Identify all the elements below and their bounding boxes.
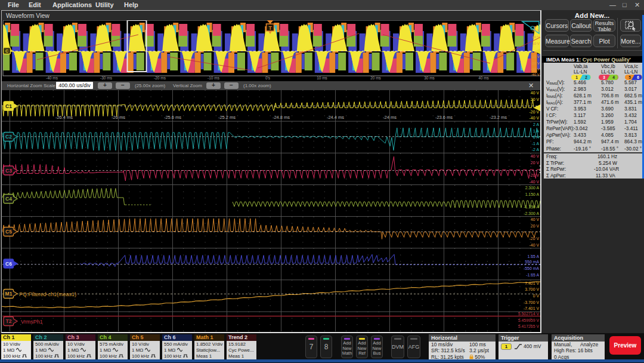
svg-text:10 ms: 10 ms: [317, 76, 327, 80]
svg-text:-550 mA: -550 mA: [524, 266, 539, 270]
svg-text:-1.65 A: -1.65 A: [526, 273, 539, 277]
svg-text:VrmsPh1: VrmsPh1: [21, 319, 43, 325]
svg-text:T2: T2: [6, 318, 12, 324]
svg-text:20 V: 20 V: [531, 97, 540, 101]
svg-text:7.401 V: 7.401 V: [525, 281, 539, 285]
svg-text:2 A: 2 A: [533, 122, 539, 127]
svg-text:M1: M1: [5, 291, 13, 297]
svg-text:-2.300 A: -2.300 A: [524, 211, 539, 216]
svg-text:2.300 A: 2.300 A: [525, 186, 540, 190]
svg-text:1.65 A: 1.65 A: [527, 254, 539, 259]
svg-text:-1.150 A: -1.150 A: [524, 205, 539, 209]
svg-text:-40 V: -40 V: [530, 180, 540, 184]
svg-text:-20 V: -20 V: [530, 110, 540, 114]
svg-text:-20 V: -20 V: [531, 61, 540, 65]
svg-text:20 ms: 20 ms: [370, 76, 381, 80]
svg-text:C2: C2: [5, 134, 12, 140]
svg-text:-10 V: -10 V: [531, 54, 540, 59]
svg-text:1 A: 1 A: [533, 129, 539, 133]
svg-text:-30 V: -30 V: [531, 67, 540, 71]
svg-text:20 V: 20 V: [532, 35, 540, 39]
svg-text:40 ms: 40 ms: [478, 76, 489, 80]
svg-text:-7.401 V: -7.401 V: [524, 306, 539, 310]
svg-text:-24 ms: -24 ms: [383, 115, 397, 120]
svg-text:5.459959 V: 5.459959 V: [518, 318, 540, 322]
svg-text:10 V: 10 V: [532, 41, 540, 45]
svg-text:5.417265 V: 5.417265 V: [518, 324, 540, 328]
svg-text:-20 V: -20 V: [530, 236, 540, 241]
svg-text:40 V: 40 V: [531, 91, 540, 95]
svg-text:550 mA: 550 mA: [525, 260, 539, 264]
svg-text:-2 A: -2 A: [532, 147, 540, 152]
svg-text:0 A: 0 A: [533, 135, 539, 139]
svg-text:-26.4 ms: -26.4 ms: [55, 115, 73, 120]
svg-text:-23.6 ms: -23.6 ms: [435, 115, 453, 120]
svg-text:-24.8 ms: -24.8 ms: [273, 115, 290, 120]
svg-text:40 V: 40 V: [531, 154, 540, 158]
svg-text:1: 1: [575, 75, 578, 79]
svg-text:6: 6: [637, 75, 639, 79]
svg-text:C5: C5: [5, 229, 12, 235]
svg-text:-40 V: -40 V: [531, 72, 540, 76]
svg-text:-23.2 ms: -23.2 ms: [490, 115, 507, 120]
svg-text:-40 V: -40 V: [530, 243, 540, 247]
svg-text:20 V: 20 V: [531, 161, 540, 165]
svg-text:-40 ms: -40 ms: [46, 76, 58, 80]
svg-text:0 V: 0 V: [533, 294, 540, 298]
svg-text:PQ:Filtered-ch1(meas1): PQ:Filtered-ch1(meas1): [19, 291, 76, 297]
svg-text:40 V: 40 V: [531, 217, 540, 222]
svg-text:-24.4 ms: -24.4 ms: [327, 115, 344, 120]
svg-text:30 V: 30 V: [532, 28, 540, 32]
svg-text:-10 ms: -10 ms: [208, 76, 220, 80]
svg-text:2: 2: [585, 75, 587, 79]
svg-text:5: 5: [628, 75, 631, 79]
svg-text:-20 ms: -20 ms: [154, 76, 166, 80]
svg-text:4: 4: [612, 75, 615, 79]
svg-text:-20 V: -20 V: [530, 173, 540, 177]
svg-text:C1: C1: [5, 103, 12, 109]
svg-text:3.700 V: 3.700 V: [525, 287, 539, 291]
svg-text:C: C: [5, 49, 8, 53]
svg-text:-1 A: -1 A: [532, 141, 540, 146]
svg-text:-25.2 ms: -25.2 ms: [218, 115, 236, 120]
svg-text:-3.700 V: -3.700 V: [524, 300, 539, 304]
svg-text:-40 V: -40 V: [530, 116, 540, 120]
svg-text:C6: C6: [5, 261, 12, 267]
svg-text:1.150 A: 1.150 A: [525, 192, 540, 196]
svg-text:5.502714 V: 5.502714 V: [518, 312, 540, 316]
svg-text:20 V: 20 V: [531, 224, 540, 228]
svg-text:30 ms: 30 ms: [424, 76, 435, 80]
svg-text:-26 ms: -26 ms: [112, 115, 125, 120]
svg-text:3: 3: [603, 75, 605, 79]
svg-text:T: T: [268, 25, 272, 31]
svg-text:-30 ms: -30 ms: [100, 76, 113, 80]
svg-text:-25.6 ms: -25.6 ms: [164, 115, 181, 120]
svg-text:C4: C4: [5, 196, 12, 202]
svg-text:0's: 0's: [265, 76, 271, 80]
svg-text:C3: C3: [5, 168, 12, 174]
